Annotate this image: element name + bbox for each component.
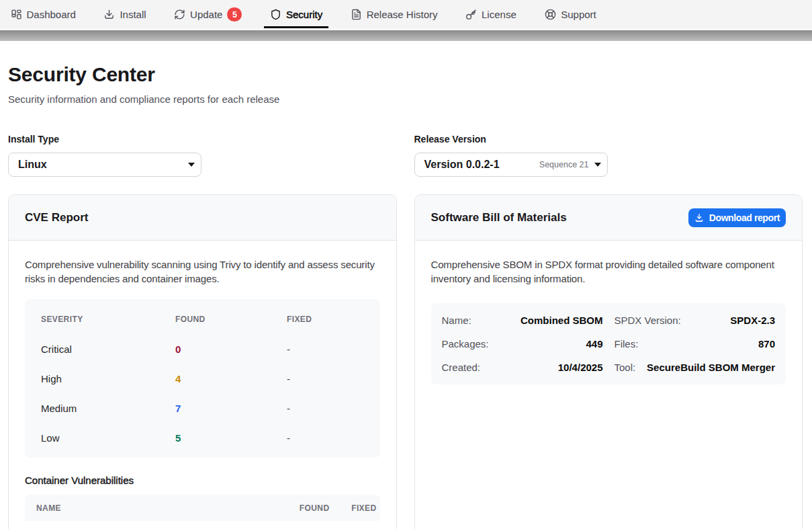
fixed-col-header: FIXED: [287, 315, 364, 324]
release-version-value: Version 0.0.2-1: [424, 159, 500, 171]
sbom-detail-value: SecureBuild SBOM Merger: [647, 362, 775, 373]
severity-found-count: 4: [175, 373, 287, 384]
severity-row-critical: Critical0-: [25, 334, 380, 364]
release-version-select[interactable]: Version 0.0.2-1 Sequence 21: [414, 153, 608, 177]
cve-card-title: CVE Report: [25, 211, 88, 225]
filters-row: Install Type Linux Release Version Versi…: [8, 134, 803, 177]
dashboard-icon: [11, 9, 22, 20]
cve-card-header: CVE Report: [9, 195, 396, 241]
fixed-col-header: FIXED: [330, 503, 377, 513]
install-type-label: Install Type: [8, 134, 397, 145]
sbom-detail-value: 449: [586, 338, 602, 350]
update-icon: [174, 9, 185, 20]
install-type-value: Linux: [18, 159, 47, 171]
chevron-down-icon: [594, 163, 601, 167]
sbom-detail-label: Tool:: [615, 362, 636, 373]
download-icon: [694, 213, 704, 222]
severity-fixed-count: -: [287, 373, 364, 384]
found-col-header: FOUND: [175, 315, 287, 324]
release-history-icon: [351, 9, 362, 20]
nav-tab-install[interactable]: Install: [98, 0, 152, 29]
found-col-header: FOUND: [276, 503, 330, 513]
sbom-card-description: Comprehensive SBOM in SPDX format provid…: [431, 257, 786, 286]
sbom-detail-row: Created:10/4/2025Tool:SecureBuild SBOM M…: [442, 356, 776, 379]
sbom-detail-value: Combined SBOM: [521, 315, 603, 326]
cve-report-card: CVE Report Comprehensive vulnerability s…: [8, 194, 397, 529]
sbom-detail-value: 10/4/2025: [558, 362, 603, 373]
nav-tab-support[interactable]: Support: [539, 0, 602, 29]
update-count-badge: 5: [227, 7, 242, 22]
sbom-detail-row: Name:Combined SBOMSPDX Version:SPDX-2.3: [442, 309, 776, 332]
nav-tab-label: Security: [286, 9, 322, 20]
nav-tab-release-history[interactable]: Release History: [345, 0, 443, 29]
severity-found-count: 7: [175, 403, 287, 414]
severity-name: Critical: [41, 343, 175, 355]
release-version-label: Release Version: [414, 134, 803, 145]
nav-tab-security[interactable]: Security: [264, 0, 328, 29]
download-report-button[interactable]: Download report: [688, 208, 786, 227]
top-navigation: DashboardInstallUpdate5SecurityRelease H…: [0, 0, 812, 29]
nav-tab-label: Install: [120, 9, 146, 20]
severity-row-low: Low5-: [25, 423, 380, 452]
severity-name: Medium: [41, 403, 175, 414]
severity-row-high: High4-: [25, 364, 380, 393]
license-icon: [465, 9, 477, 20]
severity-found-count: 0: [175, 343, 287, 355]
sbom-detail-label: Files:: [615, 338, 639, 350]
release-version-sequence: Sequence 21: [539, 160, 589, 169]
container-vulnerabilities-table: NAME FOUND FIXED: [25, 495, 380, 521]
name-col-header: NAME: [36, 503, 276, 513]
sbom-card: Software Bill of Materials Download repo…: [414, 194, 803, 529]
severity-fixed-count: -: [287, 432, 364, 444]
sbom-details-panel: Name:Combined SBOMSPDX Version:SPDX-2.3P…: [431, 303, 786, 384]
nav-tab-label: Update: [190, 9, 222, 20]
severity-fixed-count: -: [287, 403, 364, 414]
severity-found-count: 5: [175, 432, 287, 444]
page-subtitle: Security information and compliance repo…: [8, 93, 803, 105]
chevron-down-icon: [188, 163, 195, 167]
sbom-detail-label: Packages:: [442, 338, 489, 350]
download-report-label: Download report: [709, 212, 780, 223]
sbom-detail-label: Created:: [442, 362, 481, 373]
sbom-detail-label: SPDX Version:: [615, 315, 681, 326]
severity-col-header: SEVERITY: [41, 315, 175, 324]
severity-name: Low: [41, 432, 175, 444]
install-icon: [103, 9, 115, 20]
support-icon: [545, 9, 556, 20]
cve-card-description: Comprehensive vulnerability scanning usi…: [25, 257, 380, 286]
severity-table: SEVERITY FOUND FIXED Critical0-High4-Med…: [25, 299, 380, 458]
sbom-detail-value: SPDX-2.3: [730, 315, 775, 326]
sbom-detail-value: 870: [758, 338, 775, 350]
release-version-field: Release Version Version 0.0.2-1 Sequence…: [414, 134, 803, 177]
nav-tab-dashboard[interactable]: Dashboard: [5, 0, 81, 29]
page-title: Security Center: [8, 63, 803, 86]
severity-fixed-count: -: [287, 343, 364, 355]
header-shadow-strip: [0, 30, 812, 41]
nav-tab-update[interactable]: Update5: [169, 0, 248, 29]
install-type-field: Install Type Linux: [8, 134, 397, 177]
severity-row-medium: Medium7-: [25, 393, 380, 423]
sbom-card-title: Software Bill of Materials: [431, 211, 567, 225]
nav-tab-label: Support: [561, 9, 596, 20]
sbom-card-header: Software Bill of Materials Download repo…: [415, 195, 803, 241]
nav-tab-license[interactable]: License: [460, 0, 523, 29]
nav-tab-label: Release History: [367, 9, 438, 20]
sbom-detail-label: Name:: [442, 315, 471, 326]
nav-tab-label: Dashboard: [27, 9, 76, 20]
container-vulnerabilities-title: Container Vulnerabilities: [25, 475, 380, 486]
nav-tab-label: License: [482, 9, 516, 20]
install-type-select[interactable]: Linux: [8, 153, 201, 177]
security-icon: [270, 9, 281, 20]
severity-name: High: [41, 373, 175, 384]
sbom-detail-row: Packages:449Files:870: [442, 332, 776, 356]
